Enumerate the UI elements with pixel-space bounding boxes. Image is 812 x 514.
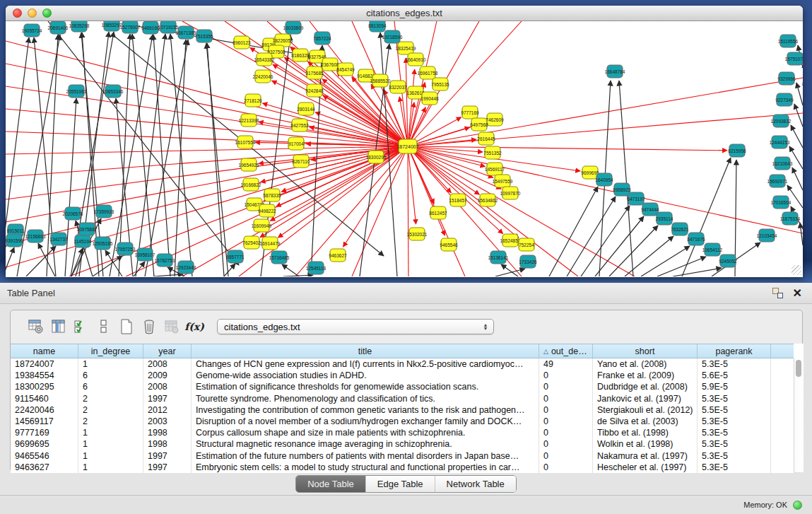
graph-node[interactable]: 11875334 [780, 212, 801, 225]
graph-node[interactable]: 19055724 [22, 24, 42, 37]
graph-node[interactable]: 1640954 [595, 173, 613, 186]
cell-short[interactable]: Hescheler et al. (1997) [593, 462, 698, 473]
graph-node[interactable]: 9498222 [258, 204, 276, 217]
graph-node[interactable]: 2718126 [244, 94, 262, 107]
tab-network-table[interactable]: Network Table [435, 476, 516, 492]
window-titlebar[interactable]: citations_edges.txt [6, 6, 803, 21]
cell-title[interactable]: Structural magnetic resonance image aver… [192, 438, 539, 450]
graph-node[interactable]: 12545118 [306, 262, 326, 274]
cell-title[interactable]: Changes of HCN gene expression and I(f) … [192, 358, 539, 370]
graph-node[interactable]: 12505185 [93, 237, 113, 250]
graph-node[interactable]: 15136141 [488, 251, 509, 264]
cell-short[interactable]: Nakamura et al. (1997) [593, 450, 698, 462]
graph-node[interactable]: 6497568 [470, 118, 488, 131]
table-row[interactable]: 977716911998Corpus callosum shape and si… [11, 427, 794, 438]
cell-title[interactable]: Estimation of the future numbers of pati… [192, 450, 539, 462]
graph-node[interactable]: 12444153 [770, 136, 790, 148]
cell-in_degree[interactable]: 1 [78, 450, 143, 462]
column-header-short[interactable]: short [593, 344, 698, 358]
graph-node[interactable]: 10853297 [102, 21, 122, 31]
graph-node[interactable]: 752254 [519, 238, 534, 251]
cell-in_degree[interactable]: 2 [78, 393, 143, 404]
graph-node[interactable]: 18226058 [273, 34, 293, 47]
cell-title[interactable]: Investigating the contribution of common… [192, 404, 539, 416]
column-visibility-button[interactable] [50, 318, 67, 335]
cell-name[interactable]: 22420046 [11, 404, 78, 416]
graph-node[interactable]: 16524851 [500, 234, 521, 247]
table-row[interactable]: 1830029562008Estimation of significance … [11, 381, 794, 392]
graph-node[interactable]: 9329966 [777, 72, 796, 85]
graph-node[interactable]: 17359928 [94, 205, 114, 218]
graph-node[interactable]: 12093832 [771, 115, 792, 127]
graph-node[interactable]: 9227349 [775, 93, 794, 106]
graph-node[interactable]: 10654112 [702, 243, 723, 256]
table-row[interactable]: 911546021997Tourette syndrome. Phenomeno… [11, 393, 794, 404]
cell-out_degree[interactable]: 0 [539, 462, 593, 473]
graph-node[interactable]: 9777169 [461, 106, 479, 119]
graph-node[interactable]: 15497559 [493, 175, 513, 187]
cell-title[interactable]: Estimation of significance thresholds fo… [192, 381, 539, 392]
cell-short[interactable]: de Silva et al. (2003) [593, 416, 698, 427]
new-column-button[interactable] [118, 318, 135, 335]
graph-node[interactable]: 6466160 [141, 21, 160, 34]
cell-out_degree[interactable]: 0 [539, 427, 593, 438]
cell-year[interactable]: 1997 [143, 450, 192, 462]
graph-node[interactable]: 12923448 [176, 261, 196, 274]
cell-title[interactable]: Genome-wide association studies in ADHD. [192, 370, 539, 381]
graph-node[interactable]: 16958107 [135, 248, 155, 261]
graph-node[interactable]: 8960123 [233, 36, 251, 49]
cell-pagerank[interactable]: 5.3E-5 [698, 462, 771, 473]
graph-node[interactable]: 9245052 [719, 255, 737, 267]
column-header-title[interactable]: title [192, 344, 539, 358]
cell-name[interactable]: 9115460 [11, 393, 78, 404]
graph-node[interactable]: 8813054 [368, 21, 387, 32]
cell-name[interactable]: 9699695 [11, 438, 78, 450]
cell-out_degree[interactable]: 49 [539, 358, 593, 370]
cell-out_degree[interactable]: 0 [539, 404, 593, 416]
graph-node[interactable]: 7955135 [431, 78, 449, 90]
graph-node[interactable]: 9391590 [6, 234, 23, 247]
graph-node[interactable]: 8612457 [429, 206, 447, 219]
graph-node[interactable]: 8322037 [389, 81, 407, 93]
graph-node[interactable]: 20551981 [66, 85, 87, 98]
graph-node[interactable]: 7632621 [671, 223, 689, 235]
cell-in_degree[interactable]: 6 [78, 381, 143, 392]
graph-node[interactable]: 8427552 [290, 119, 309, 132]
graph-node[interactable]: 15885520 [370, 74, 391, 87]
table-row[interactable]: 1456911722003Disruption of a novel membe… [11, 416, 794, 427]
cell-name[interactable]: 14569117 [11, 416, 78, 427]
graph-node[interactable]: 18300295 [366, 151, 387, 163]
graph-node[interactable]: 2935114 [656, 212, 673, 225]
graph-node[interactable]: 19166822 [241, 178, 261, 191]
cell-name[interactable]: 19384554 [11, 370, 78, 381]
cell-pagerank[interactable]: 5.3E-5 [698, 450, 771, 462]
graph-node[interactable]: 16671385 [176, 26, 196, 39]
table-row[interactable]: 946554611997Estimation of the future num… [11, 450, 794, 462]
graph-node[interactable]: 19654925 [239, 158, 259, 171]
graph-node[interactable]: 7551352 [483, 146, 502, 159]
table-selector-dropdown[interactable]: citations_edges.txt ▲▼ [217, 319, 494, 334]
graph-node[interactable]: 8471676 [687, 233, 705, 245]
close-icon[interactable]: ✕ [793, 288, 802, 298]
graph-node[interactable]: 15634862 [478, 194, 498, 206]
graph-node[interactable]: 16033809 [283, 21, 304, 34]
graph-node[interactable]: 7462609 [486, 113, 504, 126]
graph-node[interactable]: 16914479 [260, 237, 281, 250]
graph-node[interactable]: 16210643 [772, 157, 793, 170]
graph-node[interactable]: 18724007 [396, 139, 418, 153]
cell-out_degree[interactable]: 0 [539, 438, 593, 450]
cell-short[interactable]: Stergiakouli et al. (2012) [593, 404, 698, 416]
table-row[interactable]: 1938455462009Genome-wide association stu… [11, 370, 794, 381]
cell-in_degree[interactable]: 2 [78, 404, 143, 416]
cell-out_degree[interactable]: 0 [539, 381, 593, 392]
delete-column-button[interactable] [141, 318, 158, 335]
graph-node[interactable]: 1145194 [74, 235, 92, 247]
graph-node[interactable]: 12103454 [757, 229, 777, 242]
graph-node[interactable]: 15119556 [778, 35, 799, 47]
graph-node[interactable]: 17016504 [771, 196, 792, 209]
graph-node[interactable]: 8267110 [293, 155, 310, 168]
graph-node[interactable]: 15692971 [767, 175, 788, 187]
graph-node[interactable]: 12156863 [25, 230, 46, 243]
column-header-out_degree[interactable]: △out_de… [539, 344, 593, 358]
graph-node[interactable]: 8186328 [291, 49, 310, 62]
